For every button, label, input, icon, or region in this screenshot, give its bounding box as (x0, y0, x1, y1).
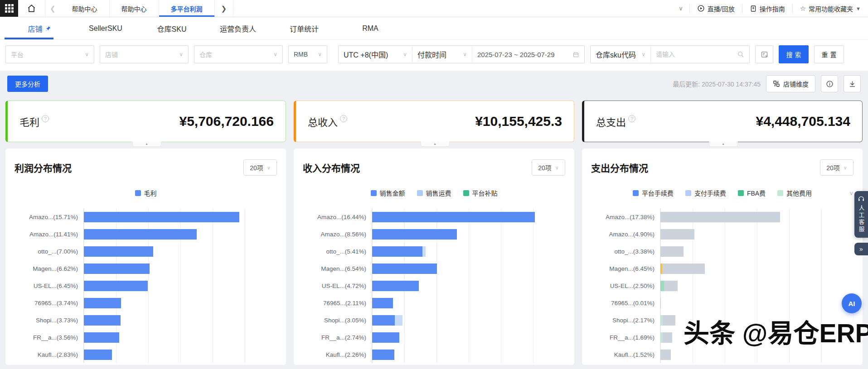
bar[interactable] (84, 264, 277, 274)
bar[interactable] (84, 246, 277, 257)
customer-service-button[interactable]: 人工客服 (854, 191, 868, 238)
legend-item[interactable]: 支付手续费 (685, 188, 726, 197)
bar[interactable] (84, 212, 277, 222)
chevron-down-icon: ∨ (641, 51, 645, 58)
bar[interactable] (660, 332, 853, 343)
bar-segment (84, 229, 197, 240)
card-collapse-handle[interactable]: ▴ (709, 142, 738, 147)
legend-item[interactable]: 平台补贴 (463, 188, 498, 197)
tab-shop[interactable]: 店铺 (6, 23, 73, 34)
bar[interactable] (372, 315, 565, 326)
dimension-toggle-button[interactable]: 店铺维度 (766, 75, 815, 92)
batch-input-button[interactable] (755, 45, 773, 63)
bar[interactable] (84, 281, 277, 291)
bar[interactable] (660, 264, 853, 274)
question-icon[interactable]: ? (42, 115, 49, 122)
reset-button[interactable]: 重置 (814, 45, 844, 63)
bar[interactable] (372, 246, 565, 257)
tab-order-stats[interactable]: 订单统计 (271, 23, 337, 34)
bar[interactable] (372, 264, 565, 274)
tab-label: 运营负责人 (220, 23, 256, 34)
bar[interactable] (660, 281, 853, 291)
live-replay-button[interactable]: 直播/回放 (690, 0, 742, 17)
platform-select[interactable]: 平台∨ (5, 45, 94, 63)
ai-assistant-button[interactable]: AI (842, 293, 862, 313)
collapse-panel-button[interactable]: » (854, 243, 868, 255)
bar[interactable] (372, 212, 565, 222)
legend-item[interactable]: 销售金额 (371, 188, 405, 197)
legend-item[interactable]: 毛利 (135, 188, 157, 197)
category-label: Amazo...(4.90%) (591, 231, 660, 238)
card-label: 总支出? (596, 114, 635, 129)
legend-swatch (738, 190, 744, 196)
pin-icon (45, 25, 51, 32)
items-limit-select[interactable]: 20项∨ (820, 159, 853, 176)
apps-grid-button[interactable] (0, 0, 18, 17)
bar[interactable] (84, 315, 277, 326)
bar[interactable] (660, 212, 853, 222)
bar[interactable] (372, 298, 565, 308)
tab-sellersku[interactable]: SellerSKU (73, 24, 139, 33)
tab-help-center-2[interactable]: 帮助中心 (110, 0, 159, 17)
tab-warehouse-sku[interactable]: 仓库SKU (139, 23, 205, 34)
chart-row: Magen...(6.54%) (303, 260, 565, 277)
tab-help-center-1[interactable]: 帮助中心 (60, 0, 110, 17)
info-button[interactable] (821, 75, 838, 92)
legend-collapse-icon[interactable]: ∨ (849, 190, 853, 196)
time-type-select[interactable]: 付款时间∨ (412, 46, 472, 63)
tab-rma[interactable]: RMA (337, 24, 403, 33)
sku-field-select[interactable]: 仓库sku代码∨ (591, 46, 650, 63)
bar-segment (372, 332, 399, 343)
shop-select[interactable]: 店铺∨ (100, 45, 189, 63)
card-collapse-handle[interactable]: ▴ (132, 142, 161, 147)
bar[interactable] (84, 298, 277, 308)
more-analysis-button[interactable]: 更多分析 (7, 76, 48, 92)
bar[interactable] (660, 298, 853, 308)
date-range-picker[interactable]: 2025-07-23 ~ 2025-07-29 (472, 46, 584, 63)
tabs-collapse-icon[interactable]: ∨ (672, 5, 689, 12)
warehouse-select[interactable]: 仓库∨ (194, 45, 283, 63)
items-limit-select[interactable]: 20项∨ (243, 159, 277, 176)
legend-item[interactable]: 其他费用 (777, 188, 812, 197)
bar[interactable] (84, 350, 277, 360)
chart-row: US-EL...(4.72%) (303, 277, 565, 294)
operation-guide-button[interactable]: 操作指南 (742, 0, 792, 17)
chevron-down-icon: ∨ (844, 165, 847, 171)
bar[interactable] (660, 246, 853, 257)
tab-multi-platform-profit[interactable]: 多平台利润 (159, 0, 215, 17)
home-tab[interactable] (18, 0, 45, 17)
search-button[interactable]: 搜索 (779, 45, 809, 63)
legend-item[interactable]: 平台手续费 (633, 188, 674, 197)
currency-select[interactable]: RMB∨ (288, 45, 327, 63)
panel-title: 利润分布情况 (15, 161, 72, 174)
card-collapse-handle[interactable]: ▴ (421, 142, 450, 147)
bar[interactable] (660, 229, 853, 240)
items-limit-select[interactable]: 20项∨ (532, 159, 565, 176)
tab-label: 帮助中心 (121, 4, 147, 13)
keyword-input[interactable] (656, 51, 719, 58)
chart-row: Amazo...(15.71%) (15, 208, 277, 225)
bar[interactable] (84, 332, 277, 343)
legend-item[interactable]: 销售运费 (417, 188, 451, 197)
bar[interactable] (84, 229, 277, 240)
bar[interactable] (660, 315, 853, 326)
bar[interactable] (372, 281, 565, 291)
chart-row: US-EL...(2.50%) (591, 277, 853, 294)
bar-segment (84, 212, 239, 222)
bar[interactable] (372, 350, 565, 360)
timezone-select[interactable]: UTC +8(中国)∨ (339, 46, 412, 63)
download-button[interactable] (844, 75, 861, 92)
date-range-value: 2025-07-23 ~ 2025-07-29 (477, 51, 555, 58)
bar[interactable] (372, 229, 565, 240)
tabs-scroll-left-icon[interactable]: ❮ (45, 0, 60, 17)
tabs-scroll-right-icon[interactable]: ❯ (215, 0, 234, 17)
chart-row: otto_...(3.38%) (591, 243, 853, 260)
favorites-menu[interactable]: ☆ 常用功能收藏夹 ▼ (793, 0, 868, 17)
bar[interactable] (660, 350, 853, 360)
card-label: 总收入? (308, 114, 347, 129)
bar[interactable] (372, 332, 565, 343)
question-icon[interactable]: ? (628, 115, 635, 122)
tab-operator[interactable]: 运营负责人 (205, 23, 271, 34)
question-icon[interactable]: ? (340, 115, 347, 122)
legend-item[interactable]: FBA费 (738, 188, 766, 197)
